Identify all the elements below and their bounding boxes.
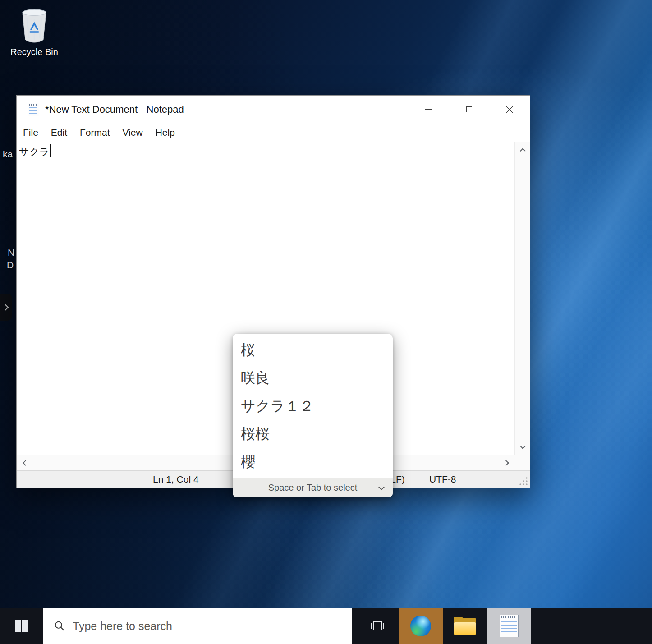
desktop-icon-label-partial[interactable]: N	[8, 247, 14, 258]
scroll-left-button[interactable]	[17, 455, 32, 470]
chevron-right-icon	[2, 304, 9, 311]
text-caret	[50, 144, 51, 157]
ime-candidate-3[interactable]: サクラ１２	[233, 392, 393, 420]
windows-logo-icon	[15, 620, 28, 632]
chevron-down-icon[interactable]	[378, 484, 385, 490]
desktop-icon-label-partial[interactable]: ka	[3, 149, 13, 160]
scroll-right-button[interactable]	[499, 455, 514, 470]
taskbar-search[interactable]	[43, 608, 352, 644]
menu-file[interactable]: File	[17, 123, 45, 142]
chevron-left-icon	[23, 460, 28, 466]
ime-candidate-window: 桜 咲良 サクラ１２ 桜桜 櫻 Space or Tab to select	[233, 334, 393, 497]
scroll-down-button[interactable]	[515, 439, 530, 455]
task-view-icon	[368, 617, 386, 635]
desktop-icon-label-partial[interactable]: D	[7, 260, 14, 271]
screen: Recycle Bin ka N D *New Text Document - …	[0, 0, 652, 644]
ime-candidate-1[interactable]: 桜	[233, 336, 393, 364]
ime-candidate-2[interactable]: 咲良	[233, 364, 393, 392]
cursor-position: Ln 1, Col 4	[153, 474, 199, 485]
window-controls	[408, 96, 530, 123]
recycle-bin-glyph	[17, 5, 51, 44]
taskbar-explorer-button[interactable]	[443, 608, 487, 644]
task-view-button[interactable]	[356, 608, 399, 644]
scrollbar-corner	[514, 455, 530, 470]
window-title: *New Text Document - Notepad	[45, 104, 408, 115]
taskbar-edge-button[interactable]	[399, 608, 443, 644]
recycle-bin-label: Recycle Bin	[6, 47, 62, 57]
taskbar-notepad-button[interactable]	[487, 608, 531, 644]
resize-grip-icon	[519, 476, 528, 486]
document-text: サクラ	[19, 146, 50, 157]
recycle-bin-icon[interactable]: Recycle Bin	[6, 5, 62, 57]
minimize-button[interactable]	[408, 96, 449, 123]
ime-footer: Space or Tab to select	[233, 478, 393, 497]
notepad-icon	[500, 615, 519, 637]
scroll-up-button[interactable]	[515, 142, 530, 157]
ime-hint-text: Space or Tab to select	[268, 483, 358, 493]
menu-format[interactable]: Format	[73, 123, 116, 142]
vertical-scroll-track[interactable]	[515, 157, 530, 439]
folder-icon	[454, 617, 476, 635]
close-icon	[506, 106, 513, 113]
taskbar	[0, 608, 652, 644]
ime-candidate-4[interactable]: 桜桜	[233, 420, 393, 448]
chevron-up-icon	[520, 148, 526, 154]
status-spacer	[17, 471, 142, 488]
resize-grip[interactable]	[516, 471, 530, 488]
flyout-handle[interactable]	[0, 294, 12, 321]
status-segment: UTF-8	[420, 471, 516, 488]
ime-candidate-5[interactable]: 櫻	[233, 448, 393, 476]
search-input[interactable]	[73, 620, 352, 633]
chevron-down-icon	[520, 443, 526, 449]
start-button[interactable]	[0, 608, 43, 644]
minimize-icon	[425, 109, 432, 110]
ime-candidate-list: 桜 咲良 サクラ１２ 桜桜 櫻	[233, 334, 393, 478]
close-button[interactable]	[489, 96, 530, 123]
menu-view[interactable]: View	[116, 123, 149, 142]
menu-help[interactable]: Help	[149, 123, 181, 142]
maximize-icon	[466, 106, 472, 112]
notepad-app-icon	[28, 103, 39, 116]
chevron-right-icon	[503, 460, 509, 466]
notepad-titlebar[interactable]: *New Text Document - Notepad	[17, 96, 530, 123]
search-icon	[54, 620, 65, 632]
vertical-scrollbar[interactable]	[514, 142, 530, 455]
encoding: UTF-8	[429, 474, 456, 485]
edge-icon	[410, 616, 431, 636]
menu-edit[interactable]: Edit	[45, 123, 73, 142]
maximize-button[interactable]	[449, 96, 489, 123]
notepad-menubar: File Edit Format View Help	[17, 123, 530, 142]
